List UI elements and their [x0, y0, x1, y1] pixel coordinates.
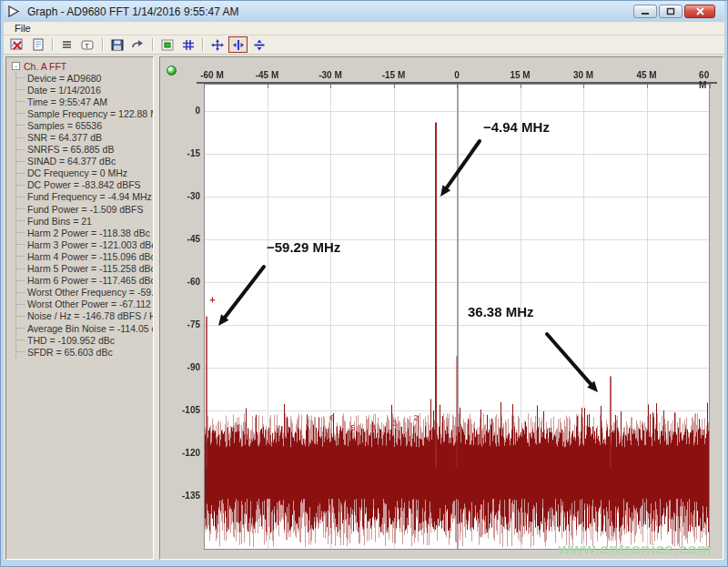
tree-items: Device = AD9680Date = 1/14/2016Time = 9:…	[15, 72, 151, 358]
fit-horizontal-icon[interactable]	[228, 36, 248, 53]
tree-twig	[16, 244, 25, 245]
tree-item[interactable]: Harm 2 Power = -118.38 dBc	[16, 227, 151, 238]
tree-item[interactable]: Fund Frequency = -4.94 MHz	[16, 191, 151, 203]
tree-item[interactable]: SFDR = 65.603 dBc	[16, 346, 151, 358]
tree-root-label: Ch. A FFT	[24, 61, 66, 72]
y-tick-label: -45	[164, 234, 200, 244]
tree-item-label: SNRFS = 65.885 dB	[27, 144, 114, 155]
tree-item[interactable]: SINAD = 64.377 dBc	[16, 156, 151, 167]
tree-item[interactable]: DC Power = -83.842 dBFS	[16, 179, 151, 191]
maximize-button[interactable]	[659, 5, 682, 18]
tree-item[interactable]: SNRFS = 65.885 dB	[16, 144, 151, 156]
menu-bar: File	[4, 22, 724, 35]
annotation-label: −4.94 MHz	[483, 119, 550, 135]
tree-root-row[interactable]: - Ch. A FFT	[12, 60, 151, 72]
tree-item[interactable]: Average Bin Noise = -114.05 dBFS	[16, 322, 151, 334]
y-tick-label: 0	[164, 106, 200, 116]
zoom-fit-icon[interactable]	[207, 36, 227, 53]
status-led-icon	[167, 66, 177, 76]
tree-item[interactable]: Date = 1/14/2016	[16, 84, 151, 96]
tree-item[interactable]: Harm 3 Power = -121.003 dBc	[16, 238, 151, 250]
tree-item-label: DC Power = -83.842 dBFS	[27, 179, 141, 190]
x-tick-label: 60 M	[699, 70, 712, 90]
results-tree-panel: - Ch. A FFT Device = AD9680Date = 1/14/2…	[5, 56, 154, 560]
y-tick-label: -60	[164, 277, 200, 287]
tree-item[interactable]: Worst Other Frequency = -59.38 MHz	[16, 287, 151, 299]
tree-item-label: SINAD = 64.377 dBc	[27, 156, 116, 167]
tree-item-label: Harm 2 Power = -118.38 dBc	[27, 228, 150, 238]
annotation-label: 36.38 MHz	[468, 304, 534, 319]
list-icon[interactable]	[57, 36, 76, 53]
tree-item-label: Harm 6 Power = -117.465 dBc	[27, 275, 154, 286]
tree-twig	[16, 256, 25, 257]
tree-twig	[16, 125, 25, 126]
app-window: Graph - AD9680 FFT 1/14/2016 9:55:47 AM …	[0, 0, 728, 567]
tree-collapse-icon[interactable]: -	[12, 62, 20, 70]
watermark: www.cntronics.com	[559, 541, 712, 559]
label-tool-icon[interactable]: T	[78, 36, 97, 53]
svg-text:T: T	[85, 41, 89, 49]
fit-vertical-icon[interactable]	[249, 36, 268, 53]
minimize-button[interactable]	[633, 5, 657, 18]
toolbar-separator	[202, 38, 203, 51]
tree-twig	[16, 185, 25, 186]
tree-item-label: Sample Frequency = 122.88 MHz	[27, 108, 154, 119]
close-graph-icon[interactable]	[7, 36, 26, 53]
tree-item-label: Fund Frequency = -4.94 MHz	[27, 191, 152, 202]
grid-icon[interactable]	[178, 36, 197, 53]
tree-item[interactable]: Noise / Hz = -146.78 dBFS / Hz	[16, 310, 151, 322]
export-icon[interactable]	[128, 36, 147, 53]
tree-twig	[16, 149, 25, 150]
tree-item[interactable]: Sample Frequency = 122.88 MHz	[16, 107, 151, 119]
tree-item-label: Harm 4 Power = -115.096 dBc	[27, 251, 154, 262]
close-button[interactable]	[684, 5, 715, 18]
x-tick-label: 0	[454, 70, 460, 80]
tree-item[interactable]: Harm 4 Power = -115.096 dBc	[16, 250, 151, 262]
report-icon[interactable]	[28, 36, 47, 53]
tree-item-label: Noise / Hz = -146.78 dBFS / Hz	[27, 310, 154, 321]
x-tick-label: -30 M	[318, 70, 342, 80]
tree-twig	[16, 220, 25, 221]
tree-item-label: THD = -109.952 dBc	[27, 335, 115, 346]
tree-item[interactable]: DC Frequency = 0 MHz	[16, 167, 151, 179]
tree-item[interactable]: Fund Bins = 21	[16, 215, 151, 227]
fft-plot-canvas[interactable]	[160, 57, 723, 560]
tree-item-label: Fund Bins = 21	[27, 216, 92, 227]
tree-item[interactable]: Fund Power = -1.509 dBFS	[16, 203, 151, 215]
fft-plot-panel: -60 M-45 M-30 M-15 M015 M30 M45 M60 M0-1…	[159, 56, 723, 560]
x-tick-label: -15 M	[382, 70, 406, 80]
y-tick-label: -90	[164, 362, 200, 372]
app-logo-triangle-icon	[7, 5, 22, 18]
annotation-icon[interactable]	[157, 36, 177, 53]
y-tick-label: -135	[164, 491, 200, 501]
tree-twig	[16, 161, 25, 162]
tree-item[interactable]: Harm 6 Power = -117.465 dBc	[16, 275, 151, 287]
tree-twig	[16, 232, 25, 233]
x-tick-label: 45 M	[636, 70, 656, 80]
tree-item[interactable]: Worst Other Power = -67.112 dBFS	[16, 299, 151, 310]
tree-item[interactable]: Samples = 65536	[16, 119, 151, 131]
x-tick-label: 15 M	[510, 70, 530, 80]
tree-item[interactable]: Time = 9:55:47 AM	[16, 96, 151, 107]
save-icon[interactable]	[107, 36, 126, 53]
x-tick-label: -60 M	[200, 70, 224, 80]
y-tick-label: -15	[164, 148, 200, 158]
tree-twig	[16, 197, 25, 197]
tree-item-label: Average Bin Noise = -114.05 dBFS	[27, 323, 154, 334]
tree-twig	[16, 316, 25, 317]
tree-twig	[16, 328, 25, 329]
tree-item[interactable]: Harm 5 Power = -115.258 dBc	[16, 263, 151, 275]
tree-item-label: Fund Power = -1.509 dBFS	[27, 204, 144, 215]
content-area: - Ch. A FFT Device = AD9680Date = 1/14/2…	[4, 55, 724, 560]
tree-item-label: DC Frequency = 0 MHz	[27, 167, 127, 178]
menu-file[interactable]: File	[9, 23, 36, 34]
tree-item-label: Worst Other Power = -67.112 dBFS	[27, 299, 154, 309]
tree-item-label: SFDR = 65.603 dBc	[27, 347, 113, 358]
toolbar: T	[4, 35, 724, 55]
tree-item[interactable]: SNR = 64.377 dB	[16, 131, 151, 143]
tree-item[interactable]: Device = AD9680	[16, 72, 151, 84]
tree-item-label: Samples = 65536	[27, 120, 102, 131]
tree-item[interactable]: THD = -109.952 dBc	[16, 334, 151, 346]
title-bar[interactable]: Graph - AD9680 FFT 1/14/2016 9:55:47 AM	[4, 1, 724, 22]
toolbar-separator	[52, 38, 53, 51]
